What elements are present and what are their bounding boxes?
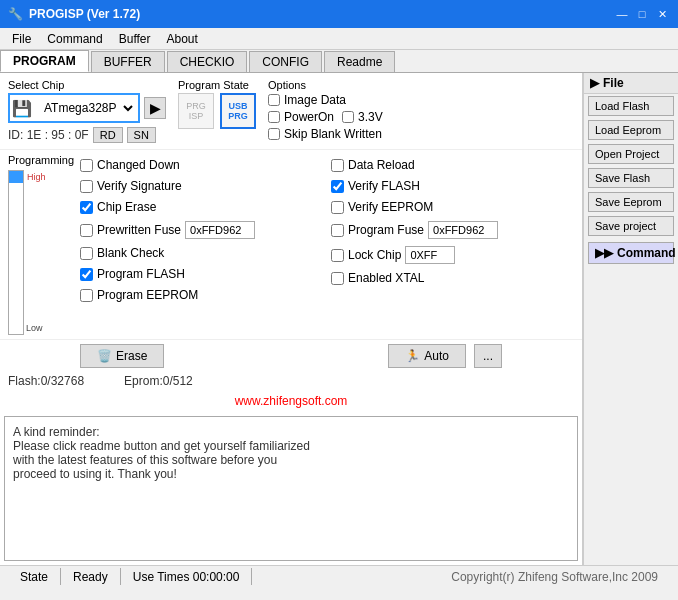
sidebar-file-section: ▶ File — [584, 73, 678, 94]
load-flash-button[interactable]: Load Flash — [588, 96, 674, 116]
notice-area: A kind reminder: Please click readme but… — [4, 416, 578, 561]
program-eeprom-checkbox[interactable] — [80, 289, 93, 302]
menu-buffer[interactable]: Buffer — [111, 30, 159, 48]
program-fuse-row: Program Fuse — [331, 221, 582, 239]
image-data-checkbox[interactable] — [268, 94, 280, 106]
data-reload-checkbox[interactable] — [331, 159, 344, 172]
program-eeprom-label: Program EEPROM — [97, 288, 198, 302]
verify-eeprom-label: Verify EEPROM — [348, 200, 433, 214]
erase-button[interactable]: 🗑️ Erase — [80, 344, 164, 368]
state-value: Ready — [73, 570, 108, 584]
verify-sig-checkbox[interactable] — [80, 180, 93, 193]
power-on-checkbox[interactable] — [268, 111, 280, 123]
open-project-button[interactable]: Open Project — [588, 144, 674, 164]
program-flash-checkbox[interactable] — [80, 268, 93, 281]
chip-erase-row: Chip Erase — [80, 200, 331, 214]
progress-bar: High — [8, 170, 24, 335]
prewritten-fuse-label: Prewritten Fuse — [97, 223, 181, 237]
blank-check-checkbox[interactable] — [80, 247, 93, 260]
erase-label: Erase — [116, 349, 147, 363]
program-fuse-label: Program Fuse — [348, 223, 424, 237]
changed-down-label: Changed Down — [97, 158, 180, 172]
copyright-text: Copyright(r) Zhifeng Software,Inc 2009 — [451, 570, 658, 584]
enabled-xtal-row: Enabled XTAL — [331, 271, 582, 285]
load-eeprom-button[interactable]: Load Eeprom — [588, 120, 674, 140]
chevron-right-icon: ▶ — [590, 76, 599, 90]
prog-icon-usb: USBPRG — [220, 93, 256, 129]
notice-title: A kind reminder: — [13, 425, 569, 439]
program-fuse-checkbox[interactable] — [331, 224, 344, 237]
tab-program[interactable]: PROGRAM — [0, 50, 89, 72]
verify-flash-label: Verify FLASH — [348, 179, 420, 193]
auto-icon: 🏃 — [405, 349, 420, 363]
tab-buffer[interactable]: BUFFER — [91, 51, 165, 72]
flash-info-row: Flash:0/32768 Eprom:0/512 — [0, 372, 582, 390]
title-bar: 🔧 PROGISP (Ver 1.72) — □ ✕ — [0, 0, 678, 28]
chip-select-dropdown[interactable]: ATmega328P — [36, 97, 136, 119]
lock-chip-label: Lock Chip — [348, 248, 401, 262]
sn-button[interactable]: SN — [127, 127, 156, 143]
prewritten-fuse-row: Prewritten Fuse — [80, 221, 331, 239]
website-text: www.zhifengsoft.com — [0, 390, 582, 412]
save-eeprom-button[interactable]: Save Eeprom — [588, 192, 674, 212]
program-fuse-input[interactable] — [428, 221, 498, 239]
v33-checkbox[interactable] — [342, 111, 354, 123]
double-chevron-icon: ▶▶ — [595, 246, 613, 260]
verify-eeprom-checkbox[interactable] — [331, 201, 344, 214]
tab-bar: PROGRAM BUFFER CHECKIO CONFIG Readme — [0, 50, 678, 73]
verify-flash-row: Verify FLASH — [331, 179, 582, 193]
options-section: Options Image Data PowerOn 3.3V — [268, 79, 383, 141]
image-data-label: Image Data — [284, 93, 346, 107]
auto-button[interactable]: 🏃 Auto — [388, 344, 466, 368]
programming-label: Programming — [8, 154, 74, 166]
state-label: State — [20, 570, 48, 584]
sidebar-command-label: Command — [617, 246, 676, 260]
use-times-label: Use Times — [133, 570, 190, 584]
sidebar-command-section: ▶▶ Command — [588, 242, 674, 264]
lock-chip-row: Lock Chip — [331, 246, 582, 264]
changed-down-checkbox[interactable] — [80, 159, 93, 172]
data-reload-label: Data Reload — [348, 158, 415, 172]
enabled-xtal-checkbox[interactable] — [331, 272, 344, 285]
select-chip-label: Select Chip — [8, 79, 166, 91]
tab-config[interactable]: CONFIG — [249, 51, 322, 72]
save-flash-button[interactable]: Save Flash — [588, 168, 674, 188]
low-label: Low — [26, 323, 43, 333]
chip-select-arrow[interactable]: ▶ — [144, 97, 166, 119]
changed-down-row: Changed Down — [80, 158, 331, 172]
prewritten-fuse-input[interactable] — [185, 221, 255, 239]
auto-label: Auto — [424, 349, 449, 363]
program-eeprom-row: Program EEPROM — [80, 288, 331, 302]
maximize-button[interactable]: □ — [634, 6, 650, 22]
save-project-button[interactable]: Save project — [588, 216, 674, 236]
tab-readme[interactable]: Readme — [324, 51, 395, 72]
skip-blank-checkbox[interactable] — [268, 128, 280, 140]
notice-line-3: proceed to using it. Thank you! — [13, 467, 569, 481]
rd-button[interactable]: RD — [93, 127, 123, 143]
prewritten-fuse-checkbox[interactable] — [80, 224, 93, 237]
program-state-label: Program State — [178, 79, 256, 91]
sidebar-file-label: File — [603, 76, 624, 90]
v33-label: 3.3V — [358, 110, 383, 124]
tab-checkio[interactable]: CHECKIO — [167, 51, 248, 72]
lock-chip-checkbox[interactable] — [331, 249, 344, 262]
close-button[interactable]: ✕ — [654, 6, 670, 22]
skip-blank-label: Skip Blank Written — [284, 127, 382, 141]
verify-flash-checkbox[interactable] — [331, 180, 344, 193]
menu-bar: File Command Buffer About — [0, 28, 678, 50]
app-icon: 🔧 — [8, 7, 23, 21]
chip-erase-checkbox[interactable] — [80, 201, 93, 214]
menu-about[interactable]: About — [159, 30, 206, 48]
program-flash-label: Program FLASH — [97, 267, 185, 281]
verify-sig-row: Verify Signature — [80, 179, 331, 193]
menu-file[interactable]: File — [4, 30, 39, 48]
eprom-info: Eprom:0/512 — [124, 374, 193, 388]
menu-command[interactable]: Command — [39, 30, 110, 48]
lock-chip-input[interactable] — [405, 246, 455, 264]
app-title: PROGISP (Ver 1.72) — [29, 7, 140, 21]
dots-button[interactable]: ... — [474, 344, 502, 368]
flash-info: Flash:0/32768 — [8, 374, 84, 388]
status-bar: State Ready Use Times 00:00:00 Copyright… — [0, 565, 678, 587]
minimize-button[interactable]: — — [614, 6, 630, 22]
verify-eeprom-row: Verify EEPROM — [331, 200, 582, 214]
